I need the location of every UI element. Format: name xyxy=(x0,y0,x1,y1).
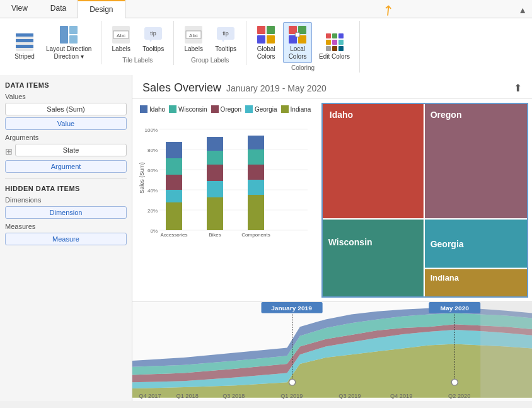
svg-rect-2 xyxy=(16,39,33,42)
tile-labels-items: Abc Labels tip Tooltips xyxy=(107,22,168,55)
svg-rect-51 xyxy=(166,190,182,202)
svg-rect-71 xyxy=(425,104,527,218)
svg-text:Q1 2018: Q1 2018 xyxy=(176,393,199,399)
sales-sum-pill[interactable]: Sales (Sum) xyxy=(5,103,127,115)
treemap-container: Idaho Oregon Wisconsin Georgia Indiana xyxy=(321,103,528,298)
tab-design[interactable]: Design xyxy=(78,0,125,18)
svg-rect-50 xyxy=(166,202,182,230)
tooltips-tile-button[interactable]: tip Tooltips xyxy=(138,22,168,55)
svg-text:Abc: Abc xyxy=(189,33,198,38)
svg-rect-20 xyxy=(267,26,275,34)
bar-chart: Sales (Sum) 100% 80% 60% 40% 20% 0% xyxy=(137,118,316,231)
state-pill-row: ⊞ State xyxy=(5,144,127,158)
edit-colors-label: Edit Colors xyxy=(319,53,350,61)
measures-title: Measures xyxy=(5,223,127,230)
value-pill[interactable]: Value xyxy=(5,117,127,130)
legend-oregon-dot xyxy=(211,105,219,113)
svg-rect-58 xyxy=(207,151,223,165)
svg-rect-22 xyxy=(267,35,275,44)
svg-text:Sales (Sum): Sales (Sum) xyxy=(139,162,145,194)
measure-pill[interactable]: Measure xyxy=(5,233,127,245)
legend-indiana-dot xyxy=(281,105,289,113)
svg-text:Components: Components xyxy=(241,232,270,238)
main-layout: DATA ITEMS Values Sales (Sum) Value Argu… xyxy=(0,75,532,401)
svg-text:Idaho: Idaho xyxy=(330,110,354,120)
content-area: Sales Overview January 2019 - May 2020 ⬆… xyxy=(132,75,532,401)
local-colors-button[interactable]: LocalColors xyxy=(283,22,312,63)
argument-pill[interactable]: Argument xyxy=(5,160,127,173)
chart-legend: Idaho Wisconsin Oregon Georgia xyxy=(137,105,316,113)
coloring-items: GlobalColors LocalColors xyxy=(252,22,354,63)
layout-direction-icon xyxy=(59,25,79,45)
legend-indiana-label: Indiana xyxy=(291,106,311,113)
svg-text:Oregon: Oregon xyxy=(431,110,462,120)
svg-text:60%: 60% xyxy=(147,168,158,173)
svg-rect-73 xyxy=(323,219,424,296)
arguments-title: Arguments xyxy=(5,134,127,141)
svg-rect-57 xyxy=(207,165,223,181)
tooltips-tile-label: Tooltips xyxy=(142,45,164,53)
legend-idaho-label: Idaho xyxy=(149,106,165,113)
svg-rect-34 xyxy=(326,46,331,51)
svg-text:Abc: Abc xyxy=(117,33,125,38)
local-colors-icon xyxy=(287,25,308,45)
timeline-strip: January 2019 May 2020 Q4 2017 Q1 2018 Q3… xyxy=(132,301,532,401)
svg-text:May 2020: May 2020 xyxy=(441,305,470,312)
svg-text:Q2 2020: Q2 2020 xyxy=(448,393,470,399)
svg-rect-69 xyxy=(323,104,424,218)
svg-text:tip: tip xyxy=(150,30,156,37)
legend-georgia-label: Georgia xyxy=(255,106,277,113)
svg-rect-63 xyxy=(248,149,264,165)
svg-text:January 2019: January 2019 xyxy=(271,305,312,312)
svg-rect-53 xyxy=(166,158,182,175)
svg-rect-59 xyxy=(207,137,223,151)
svg-point-27 xyxy=(295,32,300,37)
labels-group-button[interactable]: Abc Labels xyxy=(179,22,208,55)
ribbon-group-group-labels: Abc Labels tip Tooltips xyxy=(174,21,246,65)
svg-text:20%: 20% xyxy=(147,208,158,214)
svg-text:Q1 2019: Q1 2019 xyxy=(280,393,303,399)
svg-rect-3 xyxy=(16,45,33,48)
edit-colors-button[interactable]: Edit Colors xyxy=(315,30,354,63)
sidebar-divider-1 xyxy=(5,178,127,178)
svg-marker-17 xyxy=(222,40,224,42)
svg-rect-30 xyxy=(338,33,344,38)
legend-georgia-dot xyxy=(245,105,253,113)
tooltips-group-button[interactable]: tip Tooltips xyxy=(211,22,241,55)
group-labels-group-label: Group Labels xyxy=(191,57,229,64)
svg-text:0%: 0% xyxy=(150,228,158,234)
svg-rect-52 xyxy=(166,175,182,190)
layout-direction-button[interactable]: Layout Direction Direction ▾ xyxy=(42,22,96,63)
legend-indiana: Indiana xyxy=(281,105,311,113)
bar-chart-svg: Sales (Sum) 100% 80% 60% 40% 20% 0% xyxy=(137,118,314,238)
layout-direction-label: Layout Direction Direction ▾ xyxy=(46,45,91,61)
svg-rect-35 xyxy=(332,46,337,51)
dimension-pill[interactable]: Dimension xyxy=(5,206,127,219)
global-colors-icon xyxy=(256,25,276,45)
labels-group-label: Labels xyxy=(184,45,202,53)
svg-rect-5 xyxy=(69,26,78,34)
collapse-ribbon-button[interactable]: ▲ xyxy=(518,5,527,15)
tab-view[interactable]: View xyxy=(0,0,39,18)
timeline-svg: January 2019 May 2020 Q4 2017 Q1 2018 Q3… xyxy=(132,302,532,401)
legend-oregon-label: Oregon xyxy=(221,106,241,113)
values-title: Values xyxy=(5,93,127,100)
svg-rect-29 xyxy=(332,33,337,38)
state-pill[interactable]: State xyxy=(15,144,127,156)
labels-tile-label: Labels xyxy=(112,45,130,53)
svg-text:Clothing: Clothing xyxy=(205,237,224,238)
striped-button[interactable]: Striped xyxy=(10,30,39,63)
svg-rect-55 xyxy=(207,197,223,230)
sidebar: DATA ITEMS Values Sales (Sum) Value Argu… xyxy=(0,75,132,401)
global-colors-button[interactable]: GlobalColors xyxy=(252,22,280,63)
tab-data[interactable]: Data xyxy=(39,0,78,18)
ribbon-group-coloring: GlobalColors LocalColors xyxy=(246,21,360,73)
export-button[interactable]: ⬆ xyxy=(514,82,522,94)
svg-rect-36 xyxy=(338,46,344,51)
labels-tile-button[interactable]: Abc Labels xyxy=(107,22,136,55)
svg-text:Accessories: Accessories xyxy=(160,232,187,238)
svg-rect-28 xyxy=(326,33,331,38)
svg-point-93 xyxy=(451,380,458,386)
tooltips-group-icon: tip xyxy=(216,25,236,45)
dimensions-title: Dimensions xyxy=(5,196,127,204)
